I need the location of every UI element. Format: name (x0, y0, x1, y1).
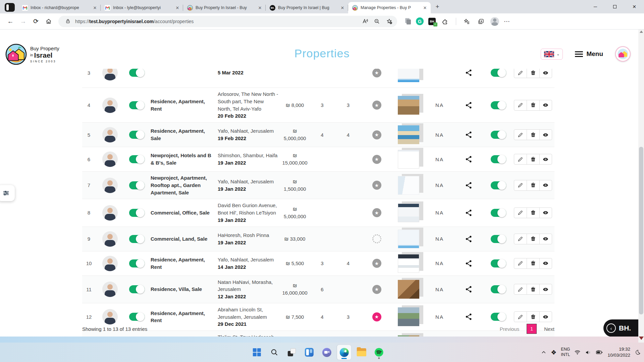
delete-button[interactable] (527, 312, 539, 322)
battery-icon[interactable] (596, 349, 603, 356)
favorite-star-button[interactable] (362, 205, 392, 220)
property-thumbnail[interactable] (392, 251, 425, 276)
user-avatar[interactable] (615, 46, 631, 62)
active-toggle[interactable] (124, 232, 149, 246)
collapse-arrow-icon[interactable]: ‹ (606, 323, 616, 333)
workspaces-icon[interactable] (5, 3, 15, 12)
spotify-button[interactable] (372, 345, 386, 360)
delete-button[interactable] (527, 234, 539, 244)
settings-menu-icon[interactable]: ⋯ (504, 18, 510, 25)
active-toggle[interactable] (124, 283, 149, 296)
bugherd-extension-icon[interactable]: BH (428, 18, 436, 25)
address-bar[interactable]: https://test.buypropertyinisrael.com/acc… (58, 16, 397, 27)
tab-close-icon[interactable]: ✕ (92, 5, 98, 11)
file-explorer-button[interactable] (355, 345, 369, 360)
edit-button[interactable] (514, 154, 527, 164)
edit-button[interactable] (514, 130, 527, 140)
share-button[interactable] (454, 257, 484, 270)
favorite-star-button[interactable] (362, 178, 392, 192)
view-button[interactable] (539, 284, 552, 294)
delete-button[interactable] (527, 284, 539, 294)
active-toggle[interactable] (124, 99, 149, 112)
volume-icon[interactable] (585, 349, 591, 356)
publish-toggle[interactable] (484, 310, 513, 323)
delete-button[interactable] (527, 100, 539, 110)
view-button[interactable] (539, 180, 552, 190)
tab-close-icon[interactable]: ✕ (339, 5, 345, 11)
clock[interactable]: 19:3210/03/2022 (607, 346, 630, 358)
active-toggle[interactable] (124, 128, 149, 141)
edge-button[interactable] (337, 345, 351, 360)
publish-toggle[interactable] (484, 153, 513, 166)
share-button[interactable] (454, 99, 484, 112)
publish-toggle[interactable] (484, 99, 513, 112)
favorite-star-button[interactable] (362, 128, 392, 142)
view-button[interactable] (539, 208, 552, 218)
tab-close-icon[interactable]: ✕ (257, 5, 263, 11)
scrollbar-thumb[interactable] (639, 147, 643, 314)
property-thumbnail[interactable] (392, 69, 425, 85)
publish-toggle[interactable] (484, 283, 513, 296)
publish-toggle[interactable] (484, 206, 513, 220)
favorite-star-button[interactable] (362, 282, 392, 297)
bugherd-widget[interactable]: ‹ BH. (603, 319, 638, 337)
collections-icon[interactable] (476, 17, 486, 26)
favorite-star-button[interactable] (362, 232, 392, 246)
zoom-out-icon[interactable] (372, 17, 382, 26)
favorites-add-icon[interactable] (384, 17, 394, 26)
property-thumbnail[interactable] (392, 227, 425, 251)
browser-tab[interactable]: BH. Buy Property In Israel - Buy ✕ (183, 2, 266, 13)
edit-button[interactable] (514, 208, 527, 218)
view-button[interactable] (539, 69, 552, 78)
share-button[interactable] (454, 179, 484, 192)
view-button[interactable] (539, 130, 552, 140)
page-number-button[interactable]: 1 (527, 324, 537, 334)
edit-button[interactable] (514, 284, 527, 294)
language-selector[interactable]: ⌄ (541, 49, 563, 60)
task-view-button[interactable] (285, 345, 299, 360)
delete-button[interactable] (527, 130, 539, 140)
property-thumbnail[interactable] (392, 277, 425, 301)
extensions-puzzle-icon[interactable] (440, 17, 450, 26)
view-button[interactable] (539, 258, 552, 268)
view-button[interactable] (539, 100, 552, 110)
active-toggle[interactable] (124, 257, 149, 270)
publish-toggle[interactable] (484, 232, 513, 246)
menu-button[interactable]: Menu (575, 50, 603, 58)
browser-tab[interactable]: BH. Buy Property In Israel | Bug ✕ (266, 2, 348, 13)
favorite-star-button[interactable] (362, 69, 392, 80)
share-button[interactable] (454, 128, 484, 141)
language-indicator[interactable]: ENGINTL (561, 347, 570, 357)
edit-button[interactable] (514, 180, 527, 190)
property-thumbnail[interactable] (392, 123, 425, 147)
favorite-star-button[interactable] (362, 256, 392, 270)
vertical-scrollbar[interactable] (638, 29, 644, 343)
property-thumbnail[interactable] (392, 93, 425, 117)
delete-button[interactable] (527, 154, 539, 164)
close-button[interactable]: ✕ (625, 0, 644, 13)
tab-close-icon[interactable]: ✕ (422, 5, 428, 11)
clipboard-extension-icon[interactable] (405, 18, 411, 25)
share-button[interactable] (454, 153, 484, 166)
widgets-button[interactable] (302, 345, 316, 360)
delete-button[interactable] (527, 208, 539, 218)
active-toggle[interactable] (124, 179, 149, 192)
next-page-button[interactable]: Next (544, 326, 554, 332)
hidden-icons-chevron[interactable] (541, 350, 546, 355)
share-button[interactable] (454, 206, 484, 220)
previous-page-button[interactable]: Previous (500, 326, 519, 332)
chat-button[interactable] (320, 345, 334, 360)
publish-toggle[interactable] (484, 128, 513, 141)
property-thumbnail[interactable] (392, 147, 425, 171)
active-toggle[interactable] (124, 310, 149, 323)
view-button[interactable] (539, 154, 552, 164)
favorite-star-button[interactable] (362, 152, 392, 167)
property-thumbnail[interactable] (392, 201, 425, 225)
maximize-button[interactable] (605, 0, 625, 13)
forward-icon[interactable]: → (17, 16, 29, 27)
delete-button[interactable] (527, 180, 539, 190)
delete-button[interactable] (527, 69, 539, 78)
publish-toggle[interactable] (484, 69, 513, 79)
filter-button[interactable] (0, 185, 15, 201)
share-button[interactable] (454, 232, 484, 246)
